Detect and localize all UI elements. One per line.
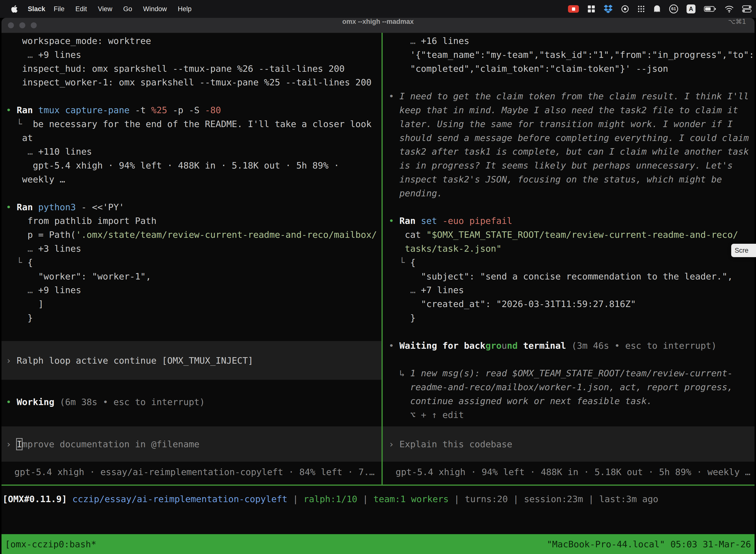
text-segment: tasks/task-2.json" bbox=[405, 243, 502, 254]
badge-61-icon[interactable]: 61 bbox=[669, 4, 678, 13]
tmux-pane-left[interactable]: workspace_mode: worktree … +9 lines insp… bbox=[1, 33, 381, 485]
terminal-line: from pathlib import Path bbox=[6, 214, 381, 228]
menu-item-help[interactable]: Help bbox=[172, 5, 197, 13]
text-segment: | bbox=[358, 494, 374, 504]
prompt-input-right[interactable]: › Explain this codebase bbox=[383, 427, 755, 462]
apple-logo[interactable] bbox=[11, 5, 18, 13]
terminal-line: tasks/task-2.json" bbox=[389, 242, 755, 256]
terminal-line: ↳ 1 new msg(s): read $OMX_TEAM_STATE_ROO… bbox=[389, 366, 755, 380]
menu-item-window[interactable]: Window bbox=[138, 5, 172, 13]
tmux-pane-right[interactable]: … +16 lines '{"team_name":"my-team","tas… bbox=[383, 33, 755, 485]
dropbox-icon[interactable] bbox=[604, 5, 613, 13]
text-segment: "$OMX_TEAM_STATE_ROOT/team/review-curren… bbox=[426, 230, 738, 240]
text-segment: '.omx/state/team/review-current-readme-a… bbox=[76, 230, 377, 240]
text-segment: is in progress? It seems likely but perh… bbox=[389, 160, 733, 170]
text-segment: weekly … bbox=[6, 174, 65, 184]
terminal-line: keep that in mind. Maybe I also need the… bbox=[389, 103, 755, 117]
terminal-line: "completed","claim_token":"claim-token"}… bbox=[389, 62, 755, 76]
menu-bar: Slack FileEditViewGoWindowHelp 61 A bbox=[0, 0, 756, 18]
badge-61-label: 61 bbox=[672, 6, 676, 11]
text-segment: pending. bbox=[389, 188, 442, 198]
text-segment: python3 bbox=[38, 202, 76, 212]
active-app-menu[interactable]: Slack bbox=[28, 5, 45, 13]
terminal-line: … +7 lines bbox=[389, 283, 755, 297]
text-segment: • bbox=[389, 91, 399, 101]
text-segment: -t bbox=[130, 105, 151, 115]
dots-grid-icon[interactable] bbox=[637, 5, 645, 13]
tmux-status-bar: [omx-cczip0:bash* "MacBook-Pro-44.local"… bbox=[1, 534, 755, 554]
text-segment: cat bbox=[389, 230, 426, 240]
inject-message-bar: › Ralph loop active continue [OMX_TMUX_I… bbox=[1, 341, 381, 380]
text-segment: • bbox=[389, 216, 399, 226]
text-segment bbox=[389, 243, 405, 254]
text-segment: I bbox=[17, 439, 22, 449]
text-segment: terminal bbox=[518, 340, 571, 351]
text-segment: • bbox=[6, 397, 17, 407]
screen-recording-indicator-icon[interactable] bbox=[568, 5, 579, 13]
text-segment: (6m 38s • esc to interrupt) bbox=[60, 397, 205, 407]
text-segment: "completed","claim_token":"claim-token"}… bbox=[389, 63, 668, 74]
text-segment: later. Using the same for transition mig… bbox=[389, 119, 733, 129]
text-segment: { bbox=[27, 258, 33, 268]
terminal-line: • Waiting for background terminal (3m 46… bbox=[389, 339, 755, 353]
text-segment: [OMX#0.11.9] bbox=[2, 494, 67, 504]
text-segment: from pathlib import Path bbox=[6, 216, 156, 226]
text-segment: +3 lines bbox=[38, 243, 81, 254]
text-segment: p = Path( bbox=[6, 230, 76, 240]
text-segment: Ran bbox=[399, 216, 421, 226]
menu-item-file[interactable]: File bbox=[48, 5, 70, 13]
text-segment: › bbox=[389, 439, 399, 449]
text-segment: Ran bbox=[17, 105, 38, 115]
terminal-line: should send a message before completing … bbox=[389, 131, 755, 145]
terminal-line: └ be necessary for the end of the README… bbox=[6, 117, 381, 131]
battery-icon[interactable] bbox=[704, 5, 716, 13]
text-segment: … bbox=[6, 243, 38, 254]
text-segment: } bbox=[6, 313, 33, 323]
terminal-line: • Ran python3 - <<'PY' bbox=[6, 200, 381, 214]
app-ring-icon[interactable] bbox=[621, 5, 629, 13]
menu-bar-status-icons: 61 A bbox=[568, 4, 752, 13]
text-segment: "worker": "worker-1", bbox=[6, 271, 151, 281]
text-segment: +110 lines bbox=[38, 147, 92, 157]
wifi-icon[interactable] bbox=[725, 5, 734, 13]
terminal-line: … +110 lines bbox=[6, 145, 381, 159]
control-center-icon[interactable] bbox=[742, 5, 752, 13]
text-segment: › bbox=[6, 355, 17, 366]
text-segment: mprove documentation in @filename bbox=[22, 439, 199, 449]
menu-item-go[interactable]: Go bbox=[118, 5, 138, 13]
menu-item-edit[interactable]: Edit bbox=[70, 5, 92, 13]
terminal-line: at bbox=[6, 131, 381, 145]
text-segment: set bbox=[421, 216, 437, 226]
terminal-line: • I need to get the claim token from the… bbox=[389, 89, 755, 103]
terminal-line: … +3 lines bbox=[6, 242, 381, 256]
text-segment: nd bbox=[507, 340, 518, 351]
text-segment: (3m 46s • esc to interrupt) bbox=[571, 340, 716, 351]
text-segment: ] bbox=[6, 299, 44, 309]
ghost-icon[interactable] bbox=[653, 5, 661, 13]
terminal-output-right: … +16 lines '{"team_name":"my-team","tas… bbox=[389, 34, 755, 422]
terminal-line bbox=[389, 200, 755, 214]
text-segment: ↳ bbox=[389, 368, 410, 378]
text-segment: … bbox=[389, 36, 421, 46]
text-segment: inspect_hud: omx sparkshell --tmux-pane … bbox=[6, 63, 344, 74]
window-grid-icon[interactable] bbox=[587, 5, 595, 13]
input-source-icon[interactable]: A bbox=[687, 4, 695, 13]
screen-notification-overlay[interactable]: Scre bbox=[731, 244, 756, 257]
terminal-line: cat "$OMX_TEAM_STATE_ROOT/team/review-cu… bbox=[389, 228, 755, 242]
terminal-line: p = Path('.omx/state/team/review-current… bbox=[6, 228, 381, 242]
terminal-line bbox=[6, 89, 381, 103]
terminal-line: • Ran set -euo pipefail bbox=[389, 214, 755, 228]
text-segment bbox=[67, 494, 72, 504]
text-segment: ⌥ + ↑ edit bbox=[389, 410, 464, 420]
text-segment: readme-and-reco/mailbox/worker-1.json, a… bbox=[389, 382, 733, 392]
text-segment: task2 after task1 is complete, but can I… bbox=[389, 147, 749, 157]
text-segment: -p -S bbox=[167, 105, 205, 115]
terminal-content: workspace_mode: worktree … +9 lines insp… bbox=[1, 33, 755, 554]
terminal-line: … +9 lines bbox=[6, 48, 381, 62]
prompt-input-left[interactable]: › Improve documentation in @filename bbox=[1, 427, 381, 462]
text-segment: '{"team_name":"my-team","task_id":"1","f… bbox=[389, 50, 754, 60]
terminal-output-left: workspace_mode: worktree … +9 lines insp… bbox=[6, 34, 381, 325]
terminal-window: omx --xhigh --madmax ⌥⌘1 workspace_mode:… bbox=[1, 18, 755, 554]
menu-item-view[interactable]: View bbox=[92, 5, 118, 13]
terminal-line: inspect task2's JSON, focusing on the st… bbox=[389, 172, 755, 186]
